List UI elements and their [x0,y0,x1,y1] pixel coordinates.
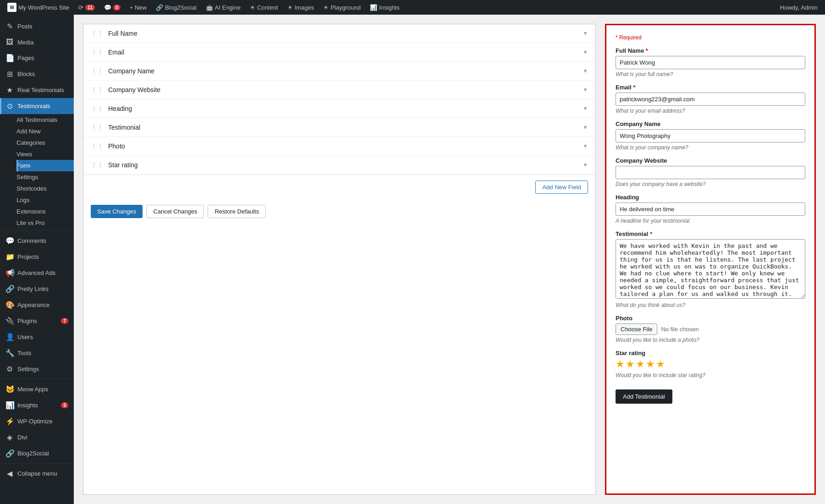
admin-bar: W My WordPress Site ⟳ 11 💬 0 + New 🔗 Blo… [0,0,825,15]
file-input-row: Choose File No file chosen [616,323,805,335]
sidebar-item-views[interactable]: Views [16,148,74,160]
sidebar-item-blocks[interactable]: ⊞ Blocks [0,66,74,82]
comments-link[interactable]: 💬 0 [100,0,124,15]
star-1[interactable]: ★ [616,358,625,370]
new-content-link[interactable]: + New [126,0,150,15]
company-name-label: Company Name [616,121,805,127]
shortcodes-label: Shortcodes [16,185,47,192]
drag-handle-icon: ⋮⋮ [91,142,104,150]
images-icon: ☀ [287,4,293,11]
field-row[interactable]: ⋮⋮ Email ▼ [83,43,595,62]
sidebar-item-settings[interactable]: Settings [16,171,74,183]
field-label: Email [108,49,583,56]
company-name-input[interactable] [616,129,805,142]
sidebar-item-advanced-ads[interactable]: 📢 Advanced Ads [0,265,74,281]
sidebar-item-label: Media [17,39,33,46]
field-label: Photo [108,142,583,150]
star-4[interactable]: ★ [646,358,655,370]
field-row[interactable]: ⋮⋮ Testimonial ▼ [83,118,595,137]
heading-input[interactable] [616,203,805,216]
ai-engine-link[interactable]: 🤖 AI Engine [202,0,244,15]
updates-link[interactable]: ⟳ 11 [75,0,99,15]
field-row[interactable]: ⋮⋮ Company Website ▼ [83,81,595,99]
drag-handle-icon: ⋮⋮ [91,105,104,112]
sidebar-item-appearance[interactable]: 🎨 Appearance [0,297,74,313]
images-link[interactable]: ☀ Images [284,0,318,15]
sidebar-item-pretty-links[interactable]: 🔗 Pretty Links [0,281,74,297]
blog2social-icon: 🔗 [156,4,163,11]
howdy-label: Howdy, Admin [780,4,818,11]
sidebar-item-add-new[interactable]: Add New [16,126,74,137]
sidebar-item-wp-optimize[interactable]: ⚡ WP-Optimize [0,413,74,429]
sidebar-item-users[interactable]: 👤 Users [0,329,74,345]
sidebar-item-all-testimonials[interactable]: All Testimonials [16,114,74,126]
add-new-field-button[interactable]: Add New Field [535,181,588,194]
sidebar-item-pages[interactable]: 📄 Pages [0,50,74,66]
sidebar-item-tools[interactable]: 🔧 Tools [0,345,74,361]
sidebar-item-plugins[interactable]: 🔌 Plugins 7 [0,313,74,329]
sidebar-item-testimonials[interactable]: ⊙ Testimonials [0,98,74,114]
sidebar-item-insights[interactable]: 📊 Insights 5 [0,397,74,413]
full-name-input[interactable] [616,56,805,69]
company-website-input[interactable] [616,166,805,179]
chevron-down-icon: ▼ [583,30,588,37]
sidebar-item-label: Pretty Links [17,285,49,292]
field-row[interactable]: ⋮⋮ Photo ▼ [83,137,595,156]
sidebar-item-lite-vs-pro[interactable]: Lite vs Pro [16,217,74,229]
testimonial-group: Testimonial * We have worked with Kevin … [616,230,805,308]
add-testimonial-button[interactable]: Add Testimonial [616,389,672,404]
star-2[interactable]: ★ [626,358,635,370]
field-row[interactable]: ⋮⋮ Full Name ▼ [83,24,595,43]
sidebar-item-projects[interactable]: 📁 Projects [0,249,74,265]
content-link[interactable]: ☀ Content [246,0,282,15]
views-label: Views [16,151,32,158]
email-group: Email * What is your email address? [616,84,805,114]
media-icon: 🖼 [6,38,14,46]
sidebar-item-extensions[interactable]: Extensions [16,206,74,217]
collapse-menu-button[interactable]: ◀ Collapse menu [0,466,74,482]
sidebar-item-posts[interactable]: ✎ Posts [0,18,74,34]
testimonial-textarea[interactable]: We have worked with Kevin in the past an… [616,239,805,299]
sidebar-item-settings2[interactable]: ⚙ Settings [0,361,74,377]
field-row[interactable]: ⋮⋮ Heading ▼ [83,99,595,118]
star-rating-group: Star rating ★ ★ ★ ★ ★ Would you like to … [616,350,805,378]
site-name: My WordPress Site [18,4,69,11]
testimonials-submenu: All Testimonials Add New Categories View… [0,114,74,229]
sidebar-item-logs[interactable]: Logs [16,194,74,206]
sidebar-item-form[interactable]: Form [16,160,74,171]
star-rating-stars[interactable]: ★ ★ ★ ★ ★ [616,358,805,370]
extensions-label: Extensions [16,208,46,215]
content-icon: ☀ [250,4,255,11]
choose-file-button[interactable]: Choose File [616,323,657,335]
howdy-link[interactable]: Howdy, Admin [776,0,821,15]
field-row[interactable]: ⋮⋮ Company Name ▼ [83,62,595,81]
images-label: Images [295,4,314,11]
sidebar-item-shortcodes[interactable]: Shortcodes [16,183,74,194]
save-changes-button[interactable]: Save Changes [91,205,143,218]
sidebar-item-categories[interactable]: Categories [16,137,74,148]
sidebar-item-comments[interactable]: 💬 Comments [0,233,74,249]
sidebar-item-label: WP-Optimize [17,418,53,425]
sidebar-item-real-testimonials[interactable]: ★ Real Testimonials [0,82,74,98]
blog2social-link[interactable]: 🔗 Blog2Social [152,0,200,15]
star-3[interactable]: ★ [636,358,645,370]
heading-label: Heading [616,194,805,201]
restore-defaults-button[interactable]: Restore Defaults [208,205,266,218]
field-row[interactable]: ⋮⋮ Star rating ▼ [83,156,595,175]
drag-handle-icon: ⋮⋮ [91,67,104,75]
site-name-link[interactable]: W My WordPress Site [4,0,73,15]
sidebar-item-label: Insights [17,402,38,409]
sidebar-item-label: Testimonials [17,103,50,110]
insights2-icon: 📊 [6,401,14,410]
sidebar-item-blog2social[interactable]: 🔗 Blog2Social [0,445,74,461]
email-input[interactable] [616,93,805,106]
star-5[interactable]: ★ [656,358,665,370]
insights-link[interactable]: 📊 Insights [366,0,403,15]
cancel-changes-button[interactable]: Cancel Changes [146,205,204,218]
playground-link[interactable]: ☀ Playground [319,0,364,15]
sidebar-item-meow-apps[interactable]: 🐱 Meow Apps [0,381,74,397]
settings-label: Settings [16,174,38,181]
sidebar-item-divi[interactable]: ◈ Divi [0,429,74,445]
drag-handle-icon: ⋮⋮ [91,30,104,37]
sidebar-item-media[interactable]: 🖼 Media [0,34,74,50]
